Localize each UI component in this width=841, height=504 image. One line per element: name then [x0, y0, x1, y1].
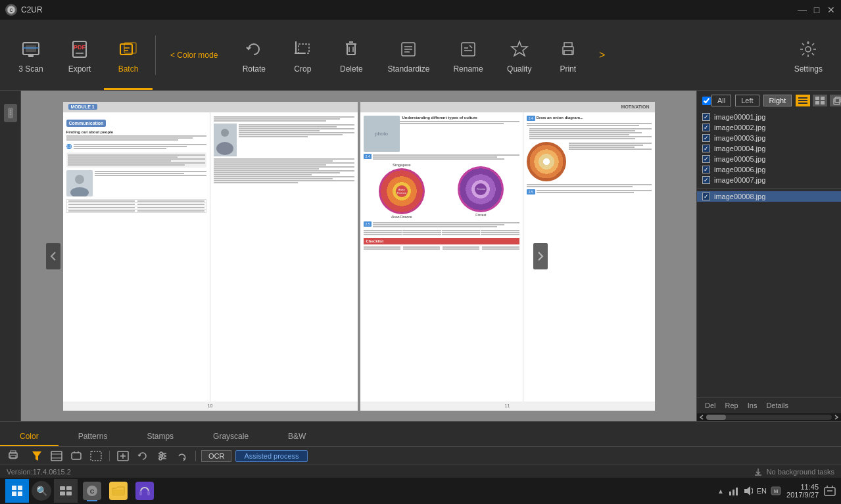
scan-button[interactable]: 3 Scan: [7, 20, 55, 90]
ins-button[interactable]: Ins: [745, 400, 760, 411]
standardize-button[interactable]: Standardize: [375, 20, 441, 90]
resize-tool[interactable]: [88, 449, 104, 463]
file-checkbox-6[interactable]: [702, 166, 710, 173]
svg-rect-91: [729, 492, 731, 495]
file-item-1[interactable]: image00001.jpg: [697, 112, 841, 122]
all-checkbox[interactable]: [702, 97, 711, 105]
print-icon: [556, 37, 581, 62]
file-item-7[interactable]: image00007.jpg: [697, 175, 841, 185]
details-button[interactable]: Details: [763, 400, 791, 411]
tag-tool[interactable]: [68, 449, 84, 463]
download-icon: [754, 467, 763, 476]
lang-indicator[interactable]: EN: [757, 487, 767, 495]
svg-rect-80: [12, 492, 16, 496]
file-item-3[interactable]: image00003.jpg: [697, 133, 841, 143]
tool-separator-2: [195, 451, 196, 461]
adjust-tool[interactable]: [155, 449, 170, 463]
scrollbar-thumb[interactable]: [706, 415, 726, 420]
caret-up-icon[interactable]: ▲: [717, 488, 724, 495]
tab-right-button[interactable]: Right: [763, 95, 792, 106]
svg-rect-92: [733, 490, 734, 495]
maximize-button[interactable]: □: [812, 5, 821, 14]
volume-icon[interactable]: [742, 486, 753, 495]
audio-taskbar-app[interactable]: [133, 479, 156, 503]
svg-text:M: M: [774, 488, 779, 494]
titlebar-left: C C2UR: [5, 4, 43, 16]
export-icon: PDF: [67, 37, 92, 62]
copy-button[interactable]: [830, 95, 841, 106]
app-title: C2UR: [21, 5, 43, 14]
settings-button[interactable]: Settings: [782, 20, 834, 90]
start-button[interactable]: [5, 479, 29, 503]
panel-tabs: All Left Right: [697, 91, 841, 110]
color-tab[interactable]: Color: [0, 428, 59, 446]
delete-button[interactable]: Delete: [327, 20, 375, 90]
svg-rect-25: [462, 43, 475, 56]
crop-button[interactable]: Crop: [278, 20, 327, 90]
rep-button[interactable]: Rep: [723, 400, 741, 411]
search-taskbar[interactable]: 🔍: [32, 481, 51, 501]
next-page-button[interactable]: [533, 243, 548, 269]
batch-button[interactable]: Batch: [104, 20, 153, 90]
window-controls: — □ ✕: [798, 5, 836, 14]
bw-tab[interactable]: B&W: [268, 428, 325, 446]
more-button[interactable]: >: [592, 20, 612, 90]
print-icon-bottom[interactable]: [7, 449, 20, 463]
version-text: Version:17.4.0615.2: [7, 468, 71, 476]
tab-all-button[interactable]: All: [711, 95, 731, 106]
file-checkbox-8[interactable]: [702, 193, 710, 200]
export-button[interactable]: PDF Export: [55, 20, 104, 90]
tab-left-button[interactable]: Left: [735, 95, 759, 106]
rotate-tool[interactable]: [135, 449, 151, 463]
panel-scrollbar[interactable]: [697, 413, 841, 421]
quality-button[interactable]: Quality: [495, 20, 544, 90]
refresh-tool[interactable]: [174, 449, 190, 463]
close-button[interactable]: ✕: [827, 5, 836, 14]
rotate-button[interactable]: Rotate: [229, 20, 278, 90]
network-icon: [728, 486, 738, 495]
assisted-process-button[interactable]: Assisted process: [235, 450, 307, 462]
scrollbar-track[interactable]: [706, 415, 832, 420]
minimize-button[interactable]: —: [798, 5, 807, 14]
select-tool[interactable]: [115, 449, 131, 463]
file-item-4[interactable]: image00004.jpg: [697, 143, 841, 154]
patterns-tab[interactable]: Patterns: [59, 428, 128, 446]
print-button[interactable]: Print: [544, 20, 592, 90]
file-checkbox-4[interactable]: [702, 145, 710, 152]
filter-tool[interactable]: [29, 449, 45, 463]
explorer-taskbar-app[interactable]: [107, 479, 130, 503]
del-button[interactable]: Del: [702, 400, 719, 411]
bottom-tools: OCR Assisted process: [0, 446, 841, 465]
file-item-5[interactable]: image00005.jpg: [697, 154, 841, 164]
file-checkbox-1[interactable]: [702, 113, 710, 121]
svg-rect-50: [821, 97, 825, 100]
file-item-2[interactable]: image00002.jpg: [697, 122, 841, 133]
file-checkbox-3[interactable]: [702, 134, 710, 142]
quality-label: Quality: [507, 64, 531, 74]
rename-button[interactable]: Rename: [441, 20, 494, 90]
ocr-button[interactable]: OCR: [201, 450, 231, 462]
svg-rect-90: [147, 491, 150, 495]
prev-page-button[interactable]: [46, 243, 60, 269]
left-collapse-handle[interactable]: [4, 104, 17, 122]
file-checkbox-7[interactable]: [702, 176, 710, 184]
color-mode-button[interactable]: < Color mode: [158, 20, 229, 90]
file-item-8[interactable]: image00008.jpg: [697, 191, 841, 202]
grid-view-button[interactable]: [813, 95, 827, 106]
file-checkbox-2[interactable]: [702, 124, 710, 131]
svg-text:C: C: [9, 8, 12, 12]
quality-icon: [507, 37, 532, 62]
stamps-tab[interactable]: Stamps: [127, 428, 193, 446]
frame-tool[interactable]: [49, 449, 64, 463]
grayscale-tab[interactable]: Grayscale: [193, 428, 268, 446]
file-item-6[interactable]: image00006.jpg: [697, 164, 841, 175]
svg-rect-52: [821, 101, 825, 104]
file-checkbox-5[interactable]: [702, 155, 710, 163]
task-view[interactable]: [54, 479, 78, 503]
taskbar-time[interactable]: 11:45 2017/9/27: [786, 483, 819, 499]
notification-icon[interactable]: [824, 485, 836, 497]
file-actions: Del Rep Ins Details: [697, 397, 841, 413]
list-view-button[interactable]: [796, 95, 810, 106]
svg-rect-61: [51, 451, 62, 461]
c2ur-taskbar-app[interactable]: C: [80, 479, 104, 503]
